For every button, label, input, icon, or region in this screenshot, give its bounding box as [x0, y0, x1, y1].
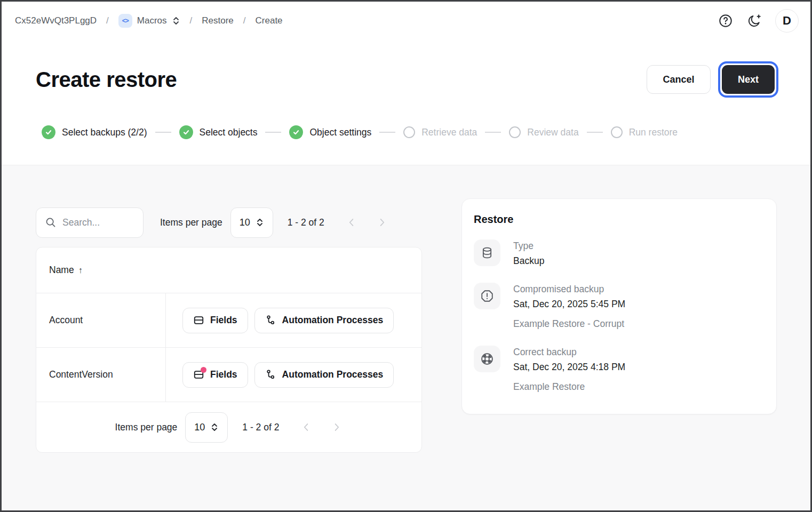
summary-item-text: Correct backup Sat, Dec 20, 2025 4:18 PM…: [513, 346, 625, 393]
table-row: ContentVersion Fields: [36, 348, 421, 402]
object-name-cell: ContentVersion: [36, 348, 166, 402]
object-name-cell: Account: [36, 293, 166, 347]
breadcrumb: Cx52eWvQt3PLggD / <> Macros / Restore / …: [15, 14, 283, 28]
summary-item-correct-backup: Correct backup Sat, Dec 20, 2025 4:18 PM…: [474, 346, 763, 393]
title-row: Create restore Cancel Next: [2, 40, 810, 98]
step-connector: [379, 132, 395, 133]
fields-button[interactable]: Fields: [182, 308, 248, 333]
workflow-icon: [265, 369, 276, 380]
summary-item-compromised-backup: Compromised backup Sat, Dec 20, 2025 5:4…: [474, 283, 763, 330]
row-actions: Fields Automation Processes: [166, 293, 394, 347]
step-select-backups[interactable]: Select backups (2/2): [42, 125, 147, 139]
breadcrumb-restore[interactable]: Restore: [202, 15, 234, 26]
step-circle-icon: [403, 126, 415, 138]
step-run-restore: Run restore: [611, 126, 678, 138]
search-input[interactable]: [62, 217, 132, 228]
row-actions: Fields Automation Processes: [166, 348, 394, 402]
breadcrumb-separator: /: [243, 15, 246, 26]
step-connector: [265, 132, 281, 133]
chevron-right-icon[interactable]: [331, 421, 343, 433]
select-updown-icon: [256, 217, 264, 228]
title-actions: Cancel Next: [647, 61, 778, 98]
objects-table: Name ↑ Account Fie: [36, 247, 422, 453]
automation-processes-label: Automation Processes: [282, 315, 384, 326]
step-label: Select objects: [200, 127, 258, 138]
summary-item-value: Backup: [513, 255, 544, 267]
summary-item-label: Compromised backup: [513, 284, 625, 295]
table-footer: Items per page 10 1 - 2 of 2: [36, 402, 421, 452]
step-retrieve-data: Retrieve data: [403, 126, 477, 138]
help-circle-icon[interactable]: [718, 13, 734, 29]
chevron-left-icon[interactable]: [346, 217, 357, 228]
breadcrumb-separator: /: [106, 15, 109, 26]
cancel-button[interactable]: Cancel: [647, 65, 711, 94]
items-per-page-value: 10: [240, 217, 250, 228]
automation-processes-label: Automation Processes: [282, 369, 384, 380]
step-object-settings[interactable]: Object settings: [289, 125, 371, 139]
pagination: [346, 217, 388, 228]
summary-item-text: Compromised backup Sat, Dec 20, 2025 5:4…: [513, 283, 625, 330]
step-select-objects[interactable]: Select objects: [179, 125, 258, 139]
fields-button[interactable]: Fields: [182, 362, 248, 388]
name-header-label: Name: [49, 265, 74, 276]
restore-summary-panel: Restore Type Backup: [461, 198, 777, 414]
items-per-page-value: 10: [194, 422, 205, 433]
main-content: Items per page 10 1 - 2 of 2: [2, 165, 810, 510]
code-icon: <>: [118, 14, 132, 28]
stepper: Select backups (2/2) Select objects Obje…: [2, 98, 810, 165]
step-circle-icon: [611, 126, 623, 138]
fields-changed-badge: [201, 367, 206, 373]
step-connector: [587, 132, 603, 133]
next-button[interactable]: Next: [722, 65, 775, 94]
select-updown-icon: [210, 422, 219, 433]
automation-processes-button[interactable]: Automation Processes: [254, 362, 394, 388]
chevron-left-icon[interactable]: [300, 421, 312, 433]
breadcrumb-separator: /: [190, 15, 193, 26]
step-label: Retrieve data: [421, 127, 477, 138]
moon-plus-icon[interactable]: [746, 13, 762, 29]
step-label: Run restore: [629, 127, 678, 138]
items-per-page-select[interactable]: 10: [185, 412, 228, 443]
check-icon: [289, 125, 303, 139]
search-box[interactable]: [36, 207, 144, 238]
summary-item-label: Type: [513, 241, 544, 252]
avatar[interactable]: D: [775, 9, 799, 33]
name-column-header[interactable]: Name ↑: [49, 265, 83, 276]
chevron-right-icon[interactable]: [376, 217, 388, 228]
items-per-page-select[interactable]: 10: [230, 207, 273, 238]
pagination: [300, 421, 343, 433]
workflow-icon: [265, 315, 276, 326]
items-per-page-label: Items per page: [115, 422, 178, 433]
rows-icon: [193, 315, 204, 326]
next-button-focus-ring: Next: [718, 61, 778, 98]
fields-button-label: Fields: [210, 315, 237, 326]
fields-button-label: Fields: [210, 369, 237, 380]
summary-title: Restore: [474, 213, 763, 226]
step-connector: [485, 132, 501, 133]
summary-item-note: Example Restore: [513, 381, 625, 393]
objects-panel: Items per page 10 1 - 2 of 2: [36, 207, 422, 453]
summary-item-value: Sat, Dec 20, 2025 4:18 PM: [513, 362, 625, 373]
summary-item-label: Correct backup: [513, 347, 625, 358]
select-updown-icon: [172, 16, 180, 26]
table-header: Name ↑: [36, 247, 421, 293]
breadcrumb-org-id[interactable]: Cx52eWvQt3PLggD: [15, 15, 97, 26]
avatar-initial: D: [783, 14, 791, 28]
page-header: Cx52eWvQt3PLggD / <> Macros / Restore / …: [2, 2, 810, 165]
step-circle-icon: [509, 126, 521, 138]
breadcrumb-service-selector[interactable]: <> Macros: [118, 14, 180, 28]
pagination-range: 1 - 2 of 2: [242, 422, 279, 433]
check-icon: [42, 125, 55, 139]
search-icon: [45, 217, 57, 228]
automation-processes-button[interactable]: Automation Processes: [254, 308, 394, 333]
step-connector: [155, 132, 171, 133]
table-row: Account Fields: [36, 293, 421, 348]
lifebuoy-icon: [474, 346, 500, 372]
breadcrumb-create: Create: [256, 15, 283, 26]
app-window: Cx52eWvQt3PLggD / <> Macros / Restore / …: [0, 0, 812, 512]
sort-asc-arrow: ↑: [78, 266, 83, 275]
check-icon: [179, 125, 193, 139]
database-icon: [474, 239, 500, 266]
restore-summary-card: Restore Type Backup: [461, 198, 777, 414]
breadcrumb-service-label: Macros: [137, 15, 167, 26]
